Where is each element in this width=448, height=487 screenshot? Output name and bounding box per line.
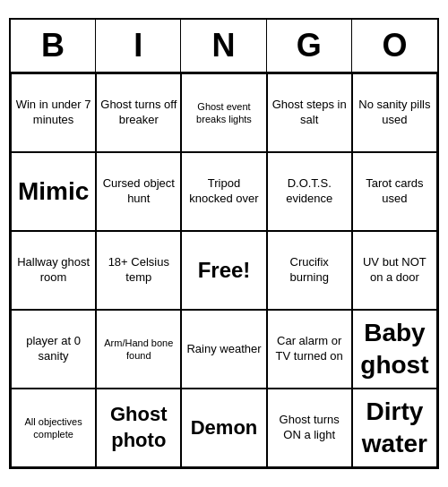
- cell-6[interactable]: Cursed object hunt: [96, 152, 181, 231]
- cell-23[interactable]: Ghost turns ON a light: [267, 389, 352, 467]
- header-b: B: [11, 20, 96, 72]
- header-o: O: [352, 20, 437, 72]
- cell-3[interactable]: Ghost steps in salt: [267, 73, 352, 152]
- cell-4[interactable]: No sanity pills used: [352, 73, 437, 152]
- cell-22[interactable]: Demon: [181, 389, 266, 467]
- cell-11[interactable]: 18+ Celsius temp: [96, 231, 181, 310]
- cell-0[interactable]: Win in under 7 minutes: [11, 73, 96, 152]
- cell-15[interactable]: player at 0 sanity: [11, 310, 96, 389]
- header-g: G: [267, 20, 352, 72]
- cell-13[interactable]: Crucifix burning: [267, 231, 352, 310]
- cell-8[interactable]: D.O.T.S. evidence: [267, 152, 352, 231]
- cell-18[interactable]: Car alarm or TV turned on: [267, 310, 352, 389]
- cell-17[interactable]: Rainy weather: [181, 310, 266, 389]
- cell-19[interactable]: Baby ghost: [352, 310, 437, 389]
- cell-16[interactable]: Arm/Hand bone found: [96, 310, 181, 389]
- header-n: N: [181, 20, 266, 72]
- bingo-card: B I N G O Win in under 7 minutes Ghost t…: [9, 18, 439, 469]
- cell-2[interactable]: Ghost event breaks lights: [181, 73, 266, 152]
- cell-7[interactable]: Tripod knocked over: [181, 152, 266, 231]
- cell-10[interactable]: Hallway ghost room: [11, 231, 96, 310]
- cell-20[interactable]: All objectives complete: [11, 389, 96, 467]
- bingo-header: B I N G O: [11, 20, 437, 73]
- cell-24[interactable]: Dirty water: [352, 389, 437, 467]
- cell-12-free[interactable]: Free!: [181, 231, 266, 310]
- cell-14[interactable]: UV but NOT on a door: [352, 231, 437, 310]
- cell-9[interactable]: Tarot cards used: [352, 152, 437, 231]
- cell-21[interactable]: Ghost photo: [96, 389, 181, 467]
- cell-1[interactable]: Ghost turns off breaker: [96, 73, 181, 152]
- cell-5[interactable]: Mimic: [11, 152, 96, 231]
- header-i: I: [96, 20, 181, 72]
- bingo-grid: Win in under 7 minutes Ghost turns off b…: [11, 73, 437, 467]
